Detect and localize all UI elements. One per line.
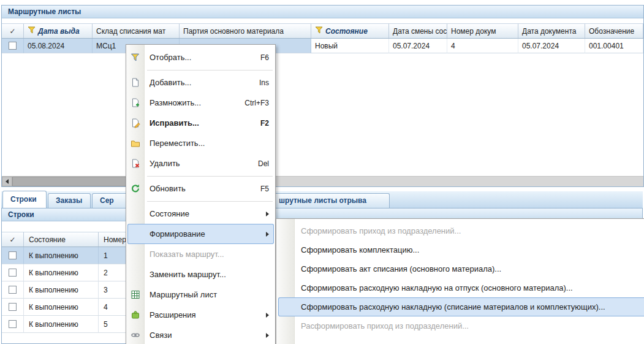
submenu-item-form-kitting[interactable]: Сформировать комплектацию... bbox=[276, 240, 644, 259]
menu-item-delete[interactable]: Удалить Del bbox=[126, 153, 275, 174]
submenu-item-form-expense-invoice[interactable]: Сформировать расходную накладную (списан… bbox=[278, 297, 644, 316]
cell-state-change-date: 05.07.2024 bbox=[389, 39, 447, 53]
menu-separator bbox=[147, 199, 273, 204]
row-checkbox-cell bbox=[2, 316, 24, 333]
route-sheets-panel-title: Маршрутные листы bbox=[2, 6, 643, 18]
app-window: Маршрутные листы ✓ Дата выда Склад списа… bbox=[0, 0, 644, 344]
route-sheets-table-header: ✓ Дата выда Склад списания мат Партия ос… bbox=[2, 23, 643, 39]
menu-item-label: Расширения bbox=[150, 310, 196, 319]
column-header-state[interactable]: Состояние bbox=[311, 24, 389, 38]
menu-item-shortcut: F2 bbox=[260, 119, 269, 128]
tab-label: Заказы bbox=[56, 196, 82, 205]
cell-state: К выполнению bbox=[24, 316, 99, 333]
column-header-material-batch[interactable]: Партия основного материала bbox=[180, 24, 311, 38]
menu-item-move[interactable]: Переместить... bbox=[126, 133, 275, 153]
menu-item-label: Сформировать расходную накладную (списан… bbox=[301, 302, 605, 312]
column-label: Дата документа bbox=[522, 27, 576, 36]
menu-item-label: Показать маршрут... bbox=[150, 250, 224, 259]
menu-separator bbox=[147, 67, 273, 72]
row-checkbox[interactable] bbox=[9, 251, 17, 259]
spreadsheet-icon bbox=[130, 289, 140, 300]
column-label: Дата выда bbox=[38, 27, 80, 36]
tab-rows[interactable]: Строки bbox=[2, 191, 47, 208]
check-mark: ✓ bbox=[9, 235, 15, 244]
row-checkbox-cell bbox=[2, 247, 24, 264]
submenu-arrow-icon bbox=[266, 232, 269, 237]
table-row[interactable]: 05.08.2024 МСц1 Новый 05.07.2024 4 05.07… bbox=[2, 39, 643, 53]
menu-item-formation[interactable]: Формирование bbox=[127, 224, 274, 244]
menu-item-label: Исправить... bbox=[150, 118, 199, 128]
links-icon bbox=[130, 330, 140, 340]
cell-state: К выполнению bbox=[24, 281, 99, 299]
menu-item-add[interactable]: Добавить... Ins bbox=[126, 72, 275, 93]
menu-item-extensions[interactable]: Расширения bbox=[126, 305, 275, 325]
context-menu: Отобрать... F6 Добавить... Ins Размножит… bbox=[126, 44, 276, 344]
menu-item-label: Сформировать приход из подразделений... bbox=[301, 226, 461, 235]
column-header-warehouse[interactable]: Склад списания мат bbox=[93, 24, 180, 38]
column-header-issue-date[interactable]: Дата выда bbox=[24, 24, 93, 38]
menu-item-refresh[interactable]: Обновить F5 bbox=[126, 178, 275, 199]
row-checkbox[interactable] bbox=[9, 42, 17, 50]
tab-route-tear-sheets[interactable]: шрутные листы отрыва bbox=[270, 193, 390, 208]
menu-item-label: Добавить... bbox=[150, 78, 191, 87]
row-checkbox[interactable] bbox=[9, 303, 17, 311]
column-label: Состояние bbox=[29, 235, 66, 244]
cell-state: К выполнению bbox=[24, 247, 99, 264]
row-checkbox[interactable] bbox=[9, 286, 17, 294]
filter-funnel-icon bbox=[28, 26, 36, 36]
filter-funnel-icon bbox=[315, 26, 323, 36]
menu-item-label: Формирование bbox=[150, 229, 205, 239]
refresh-icon bbox=[130, 183, 140, 194]
menu-item-route-sheet[interactable]: Маршрутный лист bbox=[126, 285, 275, 305]
menu-item-shortcut: F6 bbox=[260, 53, 269, 62]
menu-item-filter[interactable]: Отобрать... F6 bbox=[126, 47, 275, 67]
column-header-designation[interactable]: Обозначение bbox=[585, 24, 643, 38]
document-add-icon bbox=[130, 77, 140, 88]
cell-doc-date: 05.07.2024 bbox=[518, 39, 585, 53]
menu-item-label: Переместить... bbox=[150, 139, 205, 148]
menu-item-duplicate[interactable]: Размножить... Ctrl+F3 bbox=[126, 93, 275, 113]
column-label: Партия основного материала bbox=[183, 27, 284, 36]
column-header-doc-number[interactable]: Номер докум bbox=[447, 24, 518, 38]
menu-item-label: Сформировать акт списания (основного мат… bbox=[301, 264, 501, 273]
menu-item-show-route[interactable]: Показать маршрут... bbox=[126, 244, 275, 264]
column-label: Состояние bbox=[325, 27, 368, 36]
row-checkbox-cell bbox=[2, 39, 24, 53]
row-checkbox[interactable] bbox=[9, 320, 17, 328]
tab-orders[interactable]: Заказы bbox=[48, 193, 91, 208]
select-all-column-header[interactable]: ✓ bbox=[2, 24, 24, 38]
tab-label: шрутные листы отрыва bbox=[279, 196, 366, 205]
menu-item-label: Сформировать расходную накладную на отпу… bbox=[301, 283, 573, 292]
formation-submenu: Сформировать приход из подразделений... … bbox=[276, 218, 644, 344]
menu-item-state[interactable]: Состояние bbox=[126, 204, 275, 224]
scroll-left-button[interactable] bbox=[2, 177, 12, 186]
column-header-state[interactable]: Состояние bbox=[24, 232, 99, 247]
select-all-column-header[interactable]: ✓ bbox=[2, 232, 24, 247]
submenu-arrow-icon bbox=[266, 313, 269, 318]
menu-item-label: Сформировать комплектацию... bbox=[301, 245, 419, 254]
column-label: Обозначение bbox=[589, 27, 634, 36]
column-header-state-change-date[interactable]: Дата смены сос bbox=[389, 24, 447, 38]
menu-item-links[interactable]: Связи bbox=[126, 325, 275, 344]
menu-item-shortcut: Ctrl+F3 bbox=[244, 99, 269, 107]
row-checkbox-cell bbox=[2, 281, 24, 299]
bottom-tabbar: Строки Заказы Сер шрутные листы отрыва bbox=[1, 191, 643, 208]
scroll-left-arrow-icon bbox=[6, 179, 9, 184]
menu-item-shortcut: F5 bbox=[260, 185, 269, 193]
menu-separator bbox=[147, 174, 273, 178]
submenu-item-unform-receipt[interactable]: Расформировать приход из подразделений..… bbox=[276, 316, 644, 335]
column-label: Номер докум bbox=[451, 27, 496, 36]
cell-state: К выполнению bbox=[24, 264, 99, 281]
submenu-item-form-issue-invoice[interactable]: Сформировать расходную накладную на отпу… bbox=[276, 278, 644, 297]
submenu-item-form-writeoff-act[interactable]: Сформировать акт списания (основного мат… bbox=[276, 259, 644, 278]
menu-item-edit[interactable]: Исправить... F2 bbox=[126, 113, 275, 133]
horizontal-scrollbar[interactable] bbox=[2, 176, 643, 186]
column-header-doc-date[interactable]: Дата документа bbox=[518, 24, 585, 38]
submenu-item-form-receipt[interactable]: Сформировать приход из подразделений... bbox=[276, 221, 644, 240]
extensions-icon bbox=[130, 310, 140, 320]
menu-item-label: Удалить bbox=[150, 159, 180, 168]
row-checkbox[interactable] bbox=[9, 269, 17, 277]
menu-item-replace-route[interactable]: Заменить маршрут... bbox=[126, 264, 275, 285]
menu-item-label: Маршрутный лист bbox=[150, 290, 217, 299]
document-delete-icon bbox=[130, 158, 140, 169]
